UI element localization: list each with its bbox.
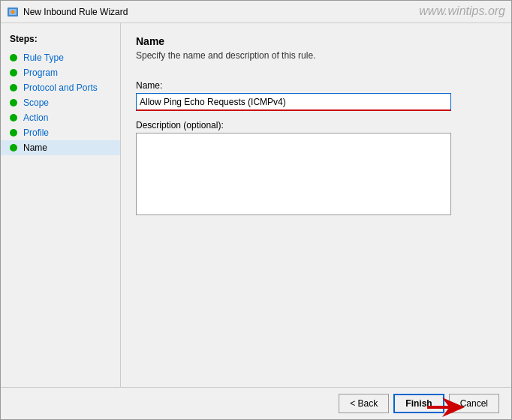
step-dot-profile bbox=[10, 129, 17, 136]
sidebar-item-rule-type[interactable]: Rule Type bbox=[1, 50, 120, 65]
sidebar-item-scope[interactable]: Scope bbox=[1, 95, 120, 110]
page-subtitle: Specify the name and description of this… bbox=[136, 50, 496, 61]
step-label-program: Program bbox=[23, 68, 58, 78]
footer: < Back Finish Cancel bbox=[1, 387, 511, 419]
sidebar: Steps: Rule Type Program Protocol and Po… bbox=[1, 23, 121, 387]
wizard-window: New Inbound Rule Wizard www.wintips.org … bbox=[0, 0, 512, 420]
step-dot-protocol-ports bbox=[10, 84, 17, 92]
steps-label: Steps: bbox=[1, 31, 120, 50]
description-field-group: Description (optional): bbox=[136, 120, 496, 218]
sidebar-item-action[interactable]: Action bbox=[1, 110, 120, 125]
description-label: Description (optional): bbox=[136, 120, 496, 130]
description-textarea[interactable] bbox=[136, 133, 451, 215]
step-label-name: Name bbox=[23, 142, 47, 153]
name-input[interactable] bbox=[136, 93, 451, 111]
name-field-group: Name: bbox=[136, 80, 496, 111]
watermark: www.wintips.org bbox=[419, 4, 505, 18]
back-button[interactable]: < Back bbox=[339, 394, 389, 413]
name-label: Name: bbox=[136, 80, 496, 91]
title-bar: New Inbound Rule Wizard www.wintips.org bbox=[1, 1, 511, 23]
step-dot-scope bbox=[10, 99, 17, 106]
sidebar-item-name[interactable]: Name bbox=[1, 140, 120, 155]
step-label-scope: Scope bbox=[23, 98, 49, 108]
step-label-protocol-ports: Protocol and Ports bbox=[23, 82, 98, 93]
step-dot-name bbox=[10, 144, 17, 152]
svg-marker-3 bbox=[427, 398, 465, 417]
title-bar-left: New Inbound Rule Wizard bbox=[7, 6, 128, 18]
step-label-rule-type: Rule Type bbox=[23, 52, 64, 63]
step-dot-program bbox=[10, 69, 17, 76]
page-title: Name bbox=[136, 35, 496, 47]
step-dot-rule-type bbox=[10, 54, 17, 62]
sidebar-item-protocol-ports[interactable]: Protocol and Ports bbox=[1, 80, 120, 95]
sidebar-item-profile[interactable]: Profile bbox=[1, 125, 120, 140]
wizard-icon bbox=[7, 6, 19, 18]
sidebar-item-program[interactable]: Program bbox=[1, 65, 120, 80]
finish-arrow-indicator bbox=[427, 396, 465, 420]
step-dot-action bbox=[10, 114, 17, 122]
step-label-action: Action bbox=[23, 112, 48, 123]
main-content: Name Specify the name and description of… bbox=[121, 23, 511, 387]
content-area: Steps: Rule Type Program Protocol and Po… bbox=[1, 23, 511, 387]
step-label-profile: Profile bbox=[23, 128, 49, 138]
form-area: Name: Description (optional): bbox=[136, 73, 496, 375]
window-title: New Inbound Rule Wizard bbox=[23, 7, 128, 17]
